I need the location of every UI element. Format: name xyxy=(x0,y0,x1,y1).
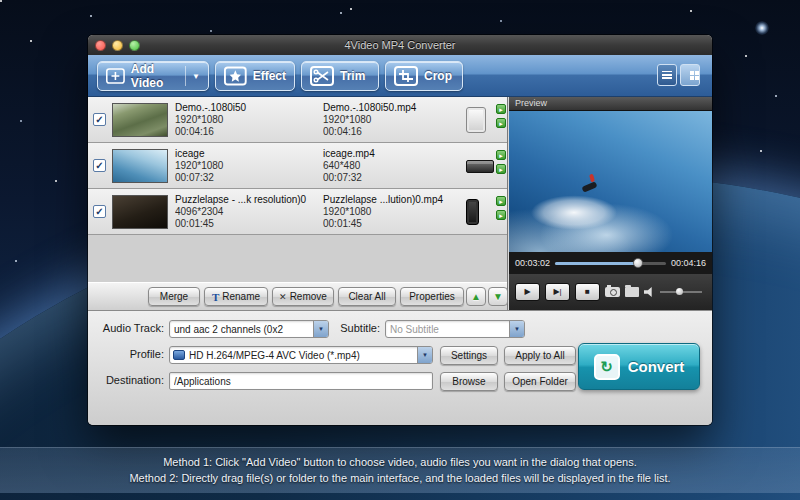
trim-button[interactable]: Trim xyxy=(301,61,379,91)
file-checkbox[interactable]: ✓ xyxy=(93,159,106,172)
subtitle-select[interactable]: No Subtitle ▼ xyxy=(385,320,525,338)
output-device-icon xyxy=(466,160,494,173)
row-status-icons xyxy=(496,150,506,174)
add-video-icon xyxy=(106,66,125,86)
open-folder-button[interactable]: Open Folder xyxy=(504,372,576,391)
move-up-button[interactable]: ▲ xyxy=(466,287,486,306)
profile-format-icon xyxy=(173,350,185,360)
source-info: Demo.-.1080i50 1920*1080 00:04:16 xyxy=(175,101,321,138)
merge-button[interactable]: Merge xyxy=(148,287,200,306)
window-title: 4Video MP4 Converter xyxy=(88,39,712,51)
status-icon xyxy=(496,150,506,160)
properties-button[interactable]: Properties xyxy=(400,287,464,306)
crop-button[interactable]: Crop xyxy=(385,61,463,91)
stars-background xyxy=(0,0,2,2)
playback-controls: ▶ ▶| ■ xyxy=(509,274,712,310)
stop-button[interactable]: ■ xyxy=(575,283,600,301)
snapshot-button[interactable] xyxy=(605,287,620,297)
grid-view-button[interactable] xyxy=(680,64,700,86)
preview-panel: Preview 00:03:02 00:04:16 ▶ ▶| ■ xyxy=(509,97,712,310)
volume-thumb[interactable] xyxy=(676,288,683,295)
status-icon xyxy=(496,164,506,174)
list-view-button[interactable] xyxy=(657,64,677,86)
settings-button[interactable]: Settings xyxy=(440,346,498,365)
browse-button[interactable]: Browse xyxy=(440,372,498,391)
file-row[interactable]: ✓ Puzzlelapse - ...k resolution)0 4096*2… xyxy=(88,189,507,235)
source-name: Demo.-.1080i50 xyxy=(175,101,321,114)
open-folder-label: Open Folder xyxy=(512,376,568,387)
file-list: ✓ Demo.-.1080i50 1920*1080 00:04:16 Demo… xyxy=(88,97,507,282)
check-icon: ✓ xyxy=(95,161,103,171)
audio-track-dropdown-icon: ▼ xyxy=(313,321,328,337)
status-icon xyxy=(496,118,506,128)
current-time: 00:03:02 xyxy=(515,258,550,268)
instruction-line-1: Method 1: Click "Add Video" button to ch… xyxy=(0,454,800,470)
output-duration: 00:07:32 xyxy=(323,172,461,184)
add-video-dropdown-icon[interactable]: ▼ xyxy=(192,72,200,81)
move-down-button[interactable]: ▼ xyxy=(488,287,508,306)
file-row[interactable]: ✓ Demo.-.1080i50 1920*1080 00:04:16 Demo… xyxy=(88,97,507,143)
subtitle-value: No Subtitle xyxy=(386,324,509,335)
settings-label: Settings xyxy=(451,350,487,361)
check-icon: ✓ xyxy=(95,115,103,125)
status-icon xyxy=(496,104,506,114)
output-device-icon xyxy=(466,107,486,133)
source-name: iceage xyxy=(175,147,321,160)
check-icon: ✓ xyxy=(95,207,103,217)
output-device-icon xyxy=(466,199,479,225)
window-titlebar: 4Video MP4 Converter xyxy=(88,35,712,55)
crop-label: Crop xyxy=(424,69,452,83)
seek-progress xyxy=(555,262,635,265)
list-view-icon xyxy=(662,71,672,79)
seek-thumb[interactable] xyxy=(633,258,643,268)
source-info: iceage 1920*1080 00:07:32 xyxy=(175,147,321,184)
snapshot-folder-button[interactable] xyxy=(625,287,639,297)
source-duration: 00:04:16 xyxy=(175,126,321,138)
profile-select[interactable]: HD H.264/MPEG-4 AVC Video (*.mp4) ▼ xyxy=(169,346,433,364)
button-separator xyxy=(185,66,186,86)
source-resolution: 1920*1080 xyxy=(175,160,321,172)
rename-label: Rename xyxy=(222,291,260,302)
apply-to-all-label: Apply to All xyxy=(515,350,564,361)
clear-all-button[interactable]: Clear All xyxy=(338,287,396,306)
preview-video[interactable] xyxy=(509,111,712,252)
crop-icon xyxy=(394,66,418,86)
source-resolution: 1920*1080 xyxy=(175,114,321,126)
output-duration: 00:01:45 xyxy=(323,218,461,230)
output-resolution: 1920*1080 xyxy=(323,114,461,126)
stop-icon: ■ xyxy=(585,288,590,296)
audio-track-select[interactable]: und aac 2 channels (0x2 ▼ xyxy=(169,320,329,338)
subtitle-label: Subtitle: xyxy=(334,322,380,334)
remove-button[interactable]: ✕ Remove xyxy=(272,287,334,306)
add-video-label: Add Video xyxy=(131,62,177,90)
remove-icon: ✕ xyxy=(279,292,287,302)
convert-button[interactable]: ↻ Convert xyxy=(578,343,700,390)
step-forward-button[interactable]: ▶| xyxy=(545,283,570,301)
add-video-button[interactable]: Add Video ▼ xyxy=(97,61,209,91)
mute-button[interactable] xyxy=(644,287,655,297)
source-name: Puzzlelapse - ...k resolution)0 xyxy=(175,193,321,206)
seek-slider[interactable] xyxy=(555,258,666,268)
output-name: Demo.-.1080i50.mp4 xyxy=(323,101,461,114)
rename-button[interactable]: T Rename xyxy=(204,287,268,306)
output-settings: Audio Track: und aac 2 channels (0x2 ▼ S… xyxy=(88,310,712,425)
app-window: 4Video MP4 Converter Add Video ▼ Effect xyxy=(88,35,712,425)
output-resolution: 1920*1080 xyxy=(323,206,461,218)
effect-button[interactable]: Effect xyxy=(215,61,295,91)
trim-icon xyxy=(310,66,334,86)
status-icon xyxy=(496,196,506,206)
volume-slider[interactable] xyxy=(660,287,702,297)
properties-label: Properties xyxy=(409,291,455,302)
apply-to-all-button[interactable]: Apply to All xyxy=(504,346,576,365)
grid-view-icon xyxy=(690,71,694,75)
file-checkbox[interactable]: ✓ xyxy=(93,205,106,218)
convert-sync-icon: ↻ xyxy=(594,354,620,380)
browse-label: Browse xyxy=(452,376,485,387)
file-row[interactable]: ✓ iceage 1920*1080 00:07:32 iceage.mp4 6… xyxy=(88,143,507,189)
preview-title: Preview xyxy=(509,97,712,111)
play-button[interactable]: ▶ xyxy=(515,283,540,301)
file-checkbox[interactable]: ✓ xyxy=(93,113,106,126)
destination-input[interactable] xyxy=(169,372,433,390)
output-info: iceage.mp4 640*480 00:07:32 xyxy=(323,147,461,184)
down-arrow-icon: ▼ xyxy=(493,291,503,302)
